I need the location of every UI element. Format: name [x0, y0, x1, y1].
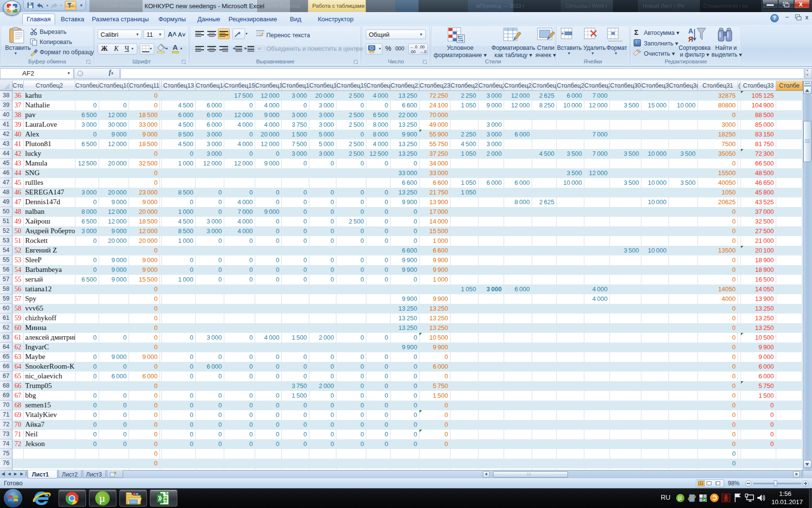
svg-text:А: А — [688, 27, 693, 35]
svg-text:Я: Я — [688, 35, 693, 43]
svg-text:a: a — [258, 46, 261, 51]
